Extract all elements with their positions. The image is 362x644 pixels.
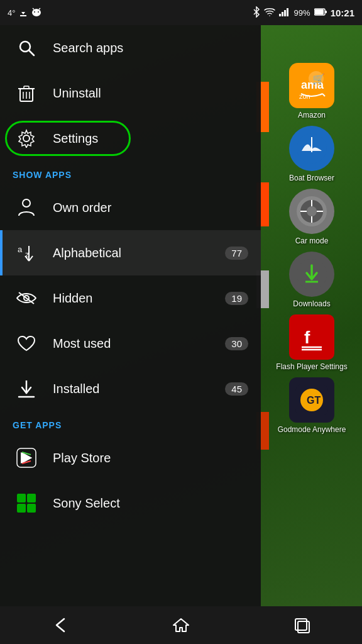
svg-text:🛒: 🛒 <box>312 73 325 85</box>
trash-icon <box>13 79 40 107</box>
list-item[interactable]: GT Godmode Anywhere <box>268 377 356 434</box>
app-drawer: Search apps Uninstall Settings SHOW AP <box>0 25 261 644</box>
sony-select-label: Sony Select <box>53 496 248 511</box>
list-item[interactable]: ama zon 🛒 Amazon <box>268 63 356 119</box>
svg-text:a: a <box>18 245 23 254</box>
uninstall-label: Uninstall <box>53 86 248 101</box>
back-button[interactable] <box>38 609 82 641</box>
installed-item[interactable]: Installed 45 <box>0 366 261 411</box>
installed-count: 45 <box>225 382 248 396</box>
show-apps-header: SHOW APPS <box>0 161 261 185</box>
car-mode-icon <box>289 189 334 234</box>
svg-rect-7 <box>279 14 281 16</box>
boat-browser-icon <box>289 126 334 171</box>
recents-button[interactable] <box>280 609 324 641</box>
alphabetical-icon: a z <box>13 239 40 267</box>
list-item[interactable]: f Flash Player Settings <box>268 314 356 371</box>
svg-rect-62 <box>17 504 26 513</box>
svg-text:GT: GT <box>307 395 321 406</box>
hidden-item[interactable]: Hidden 19 <box>0 275 261 321</box>
list-item[interactable]: Downloads <box>268 252 356 308</box>
svg-line-37 <box>29 50 34 55</box>
svg-point-0 <box>32 9 41 16</box>
get-apps-header: GET APPS <box>0 411 261 435</box>
svg-line-3 <box>33 8 34 9</box>
list-item[interactable]: Car mode <box>268 189 356 245</box>
svg-rect-61 <box>27 494 36 502</box>
search-apps-label: Search apps <box>53 41 248 55</box>
svg-rect-29 <box>295 321 328 353</box>
downloads-icon <box>289 252 334 297</box>
installed-label: Installed <box>53 382 225 396</box>
navigation-bar <box>0 606 362 644</box>
alphabetical-count: 77 <box>225 247 248 260</box>
svg-rect-60 <box>17 494 26 502</box>
most-used-count: 30 <box>225 337 248 350</box>
play-store-icon <box>13 444 40 472</box>
svg-point-2 <box>38 11 39 13</box>
status-right: 99% 10:21 <box>253 6 354 19</box>
hidden-count: 19 <box>225 292 248 305</box>
svg-line-4 <box>39 8 40 9</box>
search-icon <box>13 34 40 62</box>
svg-rect-9 <box>284 10 286 16</box>
play-store-label: Play Store <box>53 451 248 465</box>
godmode-icon: GT <box>289 377 334 423</box>
downloads-label: Downloads <box>293 299 330 308</box>
sony-select-item[interactable]: Sony Select <box>0 480 261 526</box>
boat-browser-label: Boat Browser <box>289 174 334 182</box>
install-icon <box>13 375 40 402</box>
flash-icon: f <box>289 314 334 360</box>
play-store-item[interactable]: Play Store <box>0 435 261 480</box>
home-button[interactable] <box>159 609 203 641</box>
svg-rect-40 <box>24 86 29 89</box>
own-order-label: Own order <box>53 201 248 215</box>
app-grid: ama zon 🛒 Amazon Boat Browser <box>261 25 362 591</box>
status-left: 4° <box>8 6 41 19</box>
settings-label: Settings <box>53 131 248 146</box>
svg-rect-10 <box>287 8 288 16</box>
svg-text:f: f <box>304 328 310 347</box>
hidden-icon <box>13 284 40 312</box>
wifi-icon <box>264 8 275 18</box>
usb-icon <box>19 6 28 19</box>
sony-select-icon <box>13 489 40 517</box>
svg-rect-65 <box>298 621 309 633</box>
svg-rect-13 <box>325 11 327 13</box>
svg-rect-63 <box>27 504 36 513</box>
amazon-icon: ama zon 🛒 <box>289 63 334 108</box>
android-icon <box>31 7 41 19</box>
svg-rect-64 <box>295 619 307 630</box>
most-used-label: Most used <box>53 336 225 351</box>
svg-point-1 <box>34 11 35 13</box>
signal-icon <box>279 8 290 18</box>
alphabetical-item[interactable]: a z Alphabetical 77 <box>0 230 261 275</box>
alphabetical-label: Alphabetical <box>53 246 225 260</box>
person-icon <box>13 194 40 221</box>
hidden-label: Hidden <box>53 291 225 306</box>
status-bar: 4° 99% 10:21 <box>0 0 362 25</box>
own-order-item[interactable]: Own order <box>0 185 261 230</box>
list-item[interactable]: Boat Browser <box>268 126 356 182</box>
settings-item[interactable]: Settings <box>0 116 261 161</box>
svg-rect-8 <box>282 12 283 16</box>
svg-rect-12 <box>315 9 324 14</box>
svg-point-44 <box>23 135 30 142</box>
svg-point-45 <box>23 199 30 207</box>
time: 10:21 <box>331 8 354 18</box>
uninstall-item[interactable]: Uninstall <box>0 70 261 116</box>
svg-point-22 <box>307 206 317 216</box>
bluetooth-icon <box>253 6 260 19</box>
heart-icon <box>13 330 40 357</box>
amazon-label: Amazon <box>298 111 326 119</box>
battery-icon <box>314 8 327 18</box>
godmode-label: Godmode Anywhere <box>278 425 346 434</box>
temperature: 4° <box>8 8 15 18</box>
battery-level: 99% <box>294 8 310 18</box>
search-apps-item[interactable]: Search apps <box>0 25 261 70</box>
flash-label: Flash Player Settings <box>276 362 347 371</box>
most-used-item[interactable]: Most used 30 <box>0 321 261 366</box>
settings-icon <box>13 125 40 152</box>
car-mode-label: Car mode <box>295 236 329 245</box>
